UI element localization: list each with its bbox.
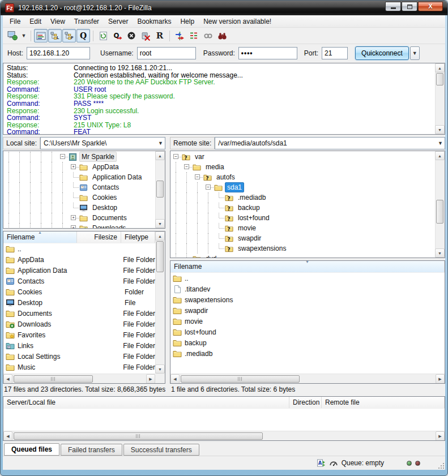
message-log-scrollbar[interactable]: ▲ ▼ (435, 63, 445, 134)
tree-item-appdata[interactable]: +AppData (3, 162, 165, 172)
collapse-icon[interactable]: − (184, 164, 189, 169)
scroll-left-arrow-icon[interactable]: ◀ (170, 374, 180, 384)
menu-item-server[interactable]: Server (104, 16, 133, 27)
tree-item-mr-sparkle[interactable]: −Mr Sparkle (3, 152, 165, 162)
pane-splitter[interactable] (165, 137, 170, 395)
tree-item-cookies[interactable]: Cookies (3, 192, 165, 203)
file-row-downloads[interactable]: DownloadsFile Folder (3, 319, 155, 329)
scroll-right-arrow-icon[interactable]: ▶ (436, 431, 445, 441)
tab-queued-files[interactable]: Queued files (4, 443, 59, 456)
tree-expander[interactable]: − (170, 152, 181, 162)
host-input[interactable] (27, 47, 90, 59)
site-manager-icon[interactable] (6, 29, 19, 42)
local-list-scrollbar[interactable]: ▲ ▼ (155, 231, 165, 383)
menu-item-new-version-available[interactable]: New version available! (199, 16, 276, 27)
scroll-down-arrow-icon[interactable]: ▼ (435, 248, 445, 258)
quickconnect-dropdown-button[interactable]: ▼ (410, 46, 420, 60)
file-row-documents[interactable]: DocumentsFile Folder (3, 308, 155, 319)
column-header-filename[interactable]: Filename▲ (3, 231, 77, 243)
tree-item-sda1[interactable]: −sda1 (170, 182, 445, 192)
tree-expander[interactable]: − (57, 152, 68, 162)
toggle-message-log-icon[interactable] (34, 29, 48, 42)
column-header-server/local file[interactable]: Server/Local file (3, 397, 289, 408)
file-row-favorites[interactable]: FavoritesFile Folder (3, 329, 155, 340)
scroll-up-arrow-icon[interactable]: ▲ (155, 231, 165, 241)
tree-item-.mediadb[interactable]: .mediadb (170, 192, 445, 203)
tree-item-var[interactable]: −var (170, 152, 445, 162)
queue-hscrollbar[interactable]: ◀ ▶ (3, 431, 445, 440)
reconnect-icon[interactable]: R (153, 29, 167, 42)
file-row-..[interactable]: .. (170, 273, 445, 284)
tree-item-autofs[interactable]: −autofs (170, 172, 445, 182)
remote-site-combo[interactable]: /var/media/autofs/sda1 ▼ (215, 137, 445, 149)
file-row-swapextensions[interactable]: swapextensions (170, 294, 445, 305)
scroll-down-arrow-icon[interactable]: ▼ (155, 364, 165, 374)
password-input[interactable] (238, 47, 297, 59)
speed-limits-icon[interactable] (201, 29, 215, 42)
quickconnect-button[interactable]: Quickconnect (355, 46, 409, 60)
file-row-appdata[interactable]: AppDataFile Folder (3, 254, 155, 265)
find-files-icon[interactable] (215, 29, 229, 42)
column-header-filesize[interactable]: Filesize (77, 231, 121, 243)
scrollbar-thumb[interactable] (156, 241, 164, 272)
file-row-lost+found[interactable]: lost+found (170, 327, 445, 337)
menu-item-bookmarks[interactable]: Bookmarks (133, 16, 176, 27)
tree-item-swapdir[interactable]: swapdir (170, 233, 445, 243)
tree-expander[interactable]: + (68, 223, 79, 229)
maximize-button[interactable] (402, 2, 417, 11)
close-button[interactable]: X (418, 2, 443, 11)
refresh-icon[interactable] (96, 29, 110, 42)
tree-item-dvd[interactable]: dvd (170, 254, 445, 258)
tree-item-documents[interactable]: +Documents (3, 213, 165, 223)
menu-item-help[interactable]: Help (176, 16, 199, 27)
process-queue-icon[interactable] (110, 29, 124, 42)
tree-item-downloads[interactable]: +Downloads (3, 223, 165, 229)
site-manager-dropdown-icon[interactable]: ▼ (20, 29, 28, 42)
file-row-cookies[interactable]: CookiesFolder (3, 286, 155, 297)
scrollbar-thumb[interactable] (436, 73, 443, 85)
cancel-operation-icon[interactable] (125, 29, 138, 42)
minimize-button[interactable] (385, 2, 401, 11)
local-list-hscrollbar[interactable]: ◀ ▶ (3, 374, 155, 383)
remote-tree-scrollbar[interactable]: ▲ ▼ (435, 151, 445, 258)
port-input[interactable] (322, 47, 348, 59)
scroll-left-arrow-icon[interactable]: ◀ (3, 374, 12, 384)
file-row-movie[interactable]: movie (170, 316, 445, 327)
scroll-right-arrow-icon[interactable]: ▶ (436, 374, 445, 384)
toggle-queue-icon[interactable]: Q (76, 29, 90, 42)
column-header-filetype[interactable]: Filetype (121, 231, 155, 243)
scroll-up-arrow-icon[interactable]: ▲ (155, 151, 165, 160)
title-bar[interactable]: Fz 192.168.1.20 - root@192.168.1.20 - Fi… (1, 1, 447, 15)
column-header-remote file[interactable]: Remote file (322, 397, 445, 408)
collapse-icon[interactable]: − (195, 174, 200, 179)
file-row-swapdir[interactable]: swapdir (170, 305, 445, 316)
menu-item-edit[interactable]: Edit (25, 16, 46, 27)
tree-expander[interactable]: + (68, 213, 79, 223)
file-row-desktop[interactable]: DesktopFile (3, 297, 155, 308)
tab-failed-transfers[interactable]: Failed transfers (61, 444, 122, 456)
tab-successful-transfers[interactable]: Successful transfers (123, 444, 199, 456)
file-row-.mediadb[interactable]: .mediadb (170, 348, 445, 359)
tree-item-media[interactable]: −media (170, 162, 445, 172)
menu-item-file[interactable]: File (5, 16, 25, 27)
toggle-local-tree-icon[interactable]: L (48, 29, 62, 42)
scroll-up-arrow-icon[interactable]: ▲ (435, 63, 445, 72)
scroll-down-arrow-icon[interactable]: ▼ (435, 125, 445, 134)
local-site-combo[interactable]: C:\Users\Mr Sparkle\ ▼ (40, 137, 165, 149)
tree-item-lost+found[interactable]: lost+found (170, 213, 445, 223)
file-row-.titandev[interactable]: .titandev (170, 284, 445, 294)
compare-directories-icon[interactable] (173, 29, 186, 42)
expand-icon[interactable]: + (71, 164, 76, 169)
scrollbar-thumb[interactable] (14, 375, 93, 383)
column-header-direction[interactable]: Direction (289, 397, 322, 408)
toggle-remote-tree-icon[interactable]: F (62, 29, 76, 42)
tree-expander[interactable]: − (203, 182, 214, 192)
scroll-left-arrow-icon[interactable]: ◀ (3, 431, 12, 441)
resize-grip[interactable] (437, 462, 444, 469)
username-input[interactable] (137, 47, 196, 59)
tree-item-desktop[interactable]: Desktop (3, 203, 165, 213)
tree-expander[interactable]: + (68, 162, 79, 172)
collapse-icon[interactable]: − (173, 154, 178, 159)
tree-item-movie[interactable]: movie (170, 223, 445, 233)
disconnect-icon[interactable] (139, 29, 152, 42)
